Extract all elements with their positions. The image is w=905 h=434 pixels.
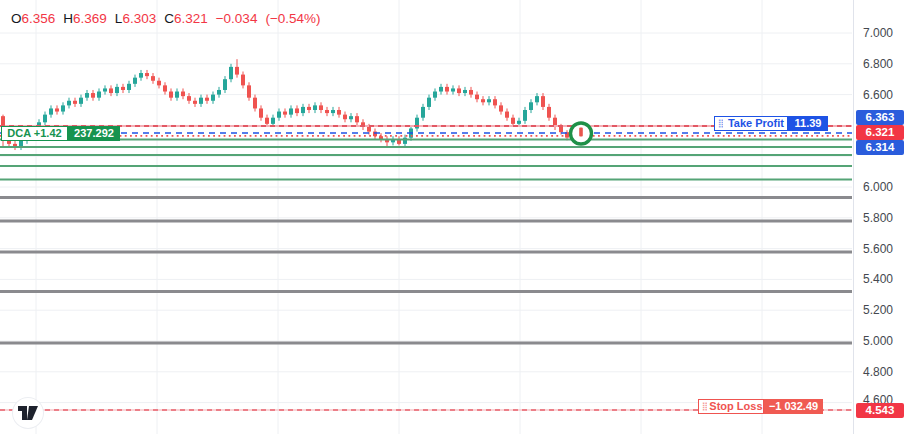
- dca-position-label[interactable]: DCA +1.42 237.292: [1, 126, 120, 141]
- stop-loss-value: −1 032.49: [764, 399, 823, 414]
- price-tick-label: 5.200: [863, 302, 893, 318]
- price-tick-label: 7.000: [863, 25, 893, 41]
- candle-body: [277, 112, 281, 118]
- candle-body: [139, 73, 143, 78]
- take-profit-value: 11.39: [788, 116, 828, 131]
- candle-body: [499, 105, 503, 111]
- candle-body: [229, 67, 233, 79]
- candle-body: [517, 121, 521, 124]
- candle-body: [337, 110, 341, 115]
- ohlc-close-label: C: [164, 11, 174, 26]
- candlestick-chart-pane[interactable]: [0, 0, 905, 434]
- candle-body: [121, 87, 125, 90]
- candle-body: [529, 102, 533, 110]
- candle-body: [289, 108, 293, 114]
- price-tick-label: 5.400: [863, 271, 893, 287]
- candle-body: [475, 95, 479, 100]
- candle-body: [133, 78, 137, 84]
- ohlc-low-label: L: [115, 11, 123, 26]
- candle-body: [541, 96, 545, 107]
- candle-body: [319, 105, 323, 110]
- price-axis[interactable]: 7.0006.8006.6006.0005.8005.6005.4005.200…: [853, 0, 905, 434]
- candle-body: [307, 107, 311, 110]
- candle-body: [97, 92, 101, 98]
- candle-body: [457, 88, 461, 93]
- candle-body: [535, 96, 539, 102]
- candle-body: [109, 88, 113, 93]
- ohlc-low-value: 6.303: [122, 11, 156, 26]
- price-tick-label: 5.800: [863, 210, 893, 226]
- candle-body: [463, 90, 467, 93]
- candle-body: [103, 88, 107, 91]
- price-tick-label: 6.800: [863, 56, 893, 72]
- take-profit-label[interactable]: ⣿ Take Profit 11.39: [714, 116, 828, 131]
- candle-body: [85, 93, 89, 98]
- candle-body: [259, 108, 263, 117]
- candle-body: [49, 108, 53, 114]
- ohlc-open-value: 6.356: [22, 11, 56, 26]
- candle-body: [217, 90, 221, 95]
- stop-loss-text: Stop Loss: [709, 400, 763, 413]
- price-tick-label: 5.000: [863, 333, 893, 349]
- candle-body: [343, 115, 347, 120]
- candle-body: [199, 98, 203, 104]
- candle-body: [265, 118, 269, 124]
- candle-body: [355, 116, 359, 122]
- ohlc-open-label: O: [11, 11, 22, 26]
- trading-chart-screen: O6.356 H6.369 L6.303 C6.321 −0.034 (−0.5…: [0, 0, 905, 434]
- candle-body: [421, 107, 425, 118]
- candle-body: [505, 112, 509, 118]
- candle-body: [247, 85, 251, 97]
- ohlc-change-value: −0.034: [216, 11, 258, 26]
- order-marker-icon[interactable]: [571, 123, 592, 144]
- candle-body: [523, 110, 527, 121]
- candle-body: [367, 127, 371, 132]
- candle-body: [157, 81, 161, 86]
- candle-body: [175, 92, 179, 98]
- candle-body: [193, 101, 197, 104]
- candle-body: [433, 92, 437, 98]
- candle-body: [205, 98, 209, 101]
- candle-body: [559, 127, 563, 132]
- price-tick-label: 6.000: [863, 179, 893, 195]
- candle-body: [349, 116, 353, 119]
- candle-body: [61, 105, 65, 111]
- ohlc-close-value: 6.321: [174, 11, 208, 26]
- candle-body: [163, 85, 167, 91]
- candle-body: [439, 87, 443, 92]
- candle-body: [91, 93, 95, 98]
- candle-body: [481, 99, 485, 102]
- ohlc-high-value: 6.369: [73, 11, 107, 26]
- candle-body: [487, 99, 491, 102]
- price-badge: 6.314: [856, 140, 904, 155]
- price-badge: 6.363: [856, 110, 904, 125]
- candle-body: [241, 75, 245, 86]
- ohlc-legend: O6.356 H6.369 L6.303 C6.321 −0.034 (−0.5…: [11, 11, 321, 26]
- candle-body: [295, 108, 299, 113]
- drag-handle-icon[interactable]: ⣿: [715, 117, 725, 130]
- candle-body: [271, 118, 275, 124]
- tradingview-logo[interactable]: [13, 398, 43, 428]
- candle-body: [235, 67, 239, 75]
- candle-body: [187, 96, 191, 101]
- price-badge: 6.321: [856, 125, 904, 140]
- ohlc-high-label: H: [63, 11, 73, 26]
- candle-body: [469, 90, 473, 95]
- candle-body: [331, 110, 335, 113]
- candle-body: [325, 110, 329, 113]
- drag-handle-icon[interactable]: ⣿: [699, 400, 709, 413]
- candle-body: [145, 73, 149, 76]
- ohlc-change-percent: (−0.54%): [265, 11, 320, 26]
- price-tick-label: 4.800: [863, 364, 893, 380]
- tradingview-logo-icon: [17, 404, 39, 422]
- candle-body: [79, 98, 83, 104]
- candle-body: [223, 79, 227, 90]
- candle-body: [493, 99, 497, 105]
- candle-body: [55, 108, 59, 111]
- candle-body: [181, 92, 185, 97]
- stop-loss-label[interactable]: ⣿ Stop Loss −1 032.49: [698, 399, 823, 414]
- candle-body: [211, 95, 215, 101]
- candle-body: [427, 98, 431, 107]
- candle-body: [151, 76, 155, 81]
- dca-label-text: DCA +1.42: [7, 127, 61, 140]
